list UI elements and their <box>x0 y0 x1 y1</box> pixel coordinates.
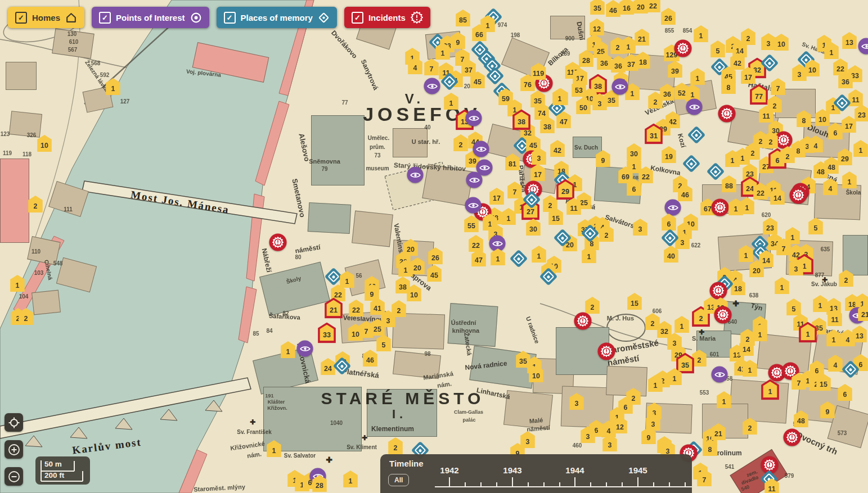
poi-checkbox[interactable]: ✓ <box>99 12 111 24</box>
incidents-checkbox[interactable]: ✓ <box>352 12 363 24</box>
poi-marker[interactable] <box>473 141 489 157</box>
home-marker[interactable]: 1 <box>826 329 842 346</box>
home-marker[interactable]: 21 <box>634 29 650 46</box>
zoom-in-button[interactable] <box>5 440 23 459</box>
home-marker[interactable]: 3 <box>761 33 777 50</box>
timeline-year-label[interactable]: 1945 <box>628 465 647 475</box>
poi-marker[interactable] <box>466 172 483 188</box>
home-marker[interactable]: 35 <box>590 0 606 15</box>
home-marker[interactable]: 13 <box>852 325 868 342</box>
home-marker[interactable]: 1 <box>531 246 547 263</box>
home-marker[interactable]: 1 <box>800 324 816 341</box>
timeline-year-label[interactable]: 1942 <box>440 465 458 475</box>
home-marker[interactable]: 81 <box>505 153 521 170</box>
home-marker[interactable]: 16 <box>619 0 635 15</box>
home-marker[interactable]: 7 <box>770 78 786 95</box>
home-marker[interactable]: 2 <box>742 418 758 435</box>
home-marker[interactable]: 1 <box>853 140 868 157</box>
home-marker[interactable]: 7 <box>507 182 523 198</box>
home-marker[interactable]: 22 <box>645 0 662 12</box>
home-marker[interactable]: 29 <box>837 148 853 165</box>
home-marker[interactable]: 48 <box>793 410 809 427</box>
home-marker[interactable]: 1 <box>105 78 122 95</box>
home-marker[interactable]: 13 <box>842 32 858 49</box>
timeline-year-label[interactable]: 1943 <box>503 465 521 475</box>
home-marker[interactable]: 1 <box>716 391 732 408</box>
home-marker[interactable]: 8 <box>796 110 812 127</box>
memory-checkbox[interactable]: ✓ <box>224 12 236 24</box>
incident-marker[interactable] <box>714 306 732 324</box>
home-marker[interactable]: 9 <box>820 401 836 418</box>
home-marker[interactable]: 4 <box>827 355 844 372</box>
home-marker[interactable]: 6 <box>837 384 853 401</box>
legend-chip-points-of-interest[interactable]: ✓ Points of Interest <box>92 7 209 28</box>
home-incident-marker[interactable]: 33 <box>317 323 337 343</box>
poi-marker[interactable] <box>858 38 868 55</box>
home-marker[interactable]: 7 <box>424 58 440 75</box>
home-marker[interactable]: 1 <box>552 88 568 105</box>
home-marker[interactable]: 15 <box>627 293 643 310</box>
home-marker[interactable]: 5 <box>710 40 726 57</box>
home-marker[interactable]: 1 <box>739 197 755 214</box>
home-marker[interactable]: 3 <box>569 393 585 410</box>
legend-chip-places-of-memory[interactable]: ✓ Places of memory <box>217 7 337 28</box>
home-marker[interactable]: 35 <box>677 355 693 372</box>
home-marker[interactable]: 46 <box>605 0 622 17</box>
home-marker[interactable]: 20 <box>410 257 426 274</box>
home-marker[interactable]: 1 <box>674 316 690 333</box>
incident-marker[interactable] <box>598 343 615 360</box>
poi-marker[interactable] <box>424 78 440 94</box>
memory-marker[interactable] <box>510 250 528 268</box>
home-marker[interactable]: 17 <box>841 116 857 133</box>
home-marker[interactable]: 21 <box>710 423 727 440</box>
poi-marker[interactable] <box>465 197 482 214</box>
home-marker[interactable]: 39 <box>667 61 683 78</box>
home-marker[interactable]: 77 <box>751 87 767 103</box>
home-marker[interactable]: 6 <box>661 214 677 230</box>
home-marker[interactable]: 1 <box>762 382 778 398</box>
home-marker[interactable]: 1 <box>10 275 26 292</box>
incident-marker[interactable] <box>674 40 692 57</box>
legend-chip-incidents[interactable]: ✓ Incidents <box>344 7 430 28</box>
poi-marker[interactable] <box>665 200 681 216</box>
home-marker[interactable]: 26 <box>428 247 444 264</box>
memory-marker[interactable] <box>682 155 701 173</box>
home-marker[interactable]: 12 <box>589 19 605 35</box>
home-marker[interactable]: 10 <box>773 34 790 51</box>
home-incident-marker[interactable]: 77 <box>749 84 769 105</box>
home-marker[interactable]: 22 <box>348 300 365 316</box>
home-marker[interactable]: 22 <box>468 235 484 252</box>
home-marker[interactable]: 47 <box>471 250 487 266</box>
zoom-out-button[interactable] <box>5 467 23 486</box>
home-marker[interactable]: 9 <box>450 32 466 49</box>
home-marker[interactable]: 1 <box>339 271 356 288</box>
home-marker[interactable]: 33 <box>319 325 335 341</box>
home-marker[interactable]: 42 <box>550 140 566 157</box>
home-marker[interactable]: 1 <box>774 277 790 294</box>
home-marker[interactable]: 5 <box>376 334 392 351</box>
home-marker[interactable]: 4 <box>822 178 839 195</box>
home-marker[interactable]: 23 <box>854 105 868 121</box>
home-marker[interactable]: 6 <box>827 123 844 139</box>
home-marker[interactable]: 31 <box>646 126 662 142</box>
memory-marker[interactable] <box>687 126 706 144</box>
home-marker[interactable]: 1 <box>443 93 460 110</box>
locate-button[interactable] <box>5 413 23 432</box>
home-marker[interactable]: 38 <box>514 112 529 128</box>
legend-chip-homes[interactable]: ✓ Homes <box>8 7 84 28</box>
home-incident-marker[interactable]: 1 <box>760 379 780 400</box>
poi-marker[interactable] <box>712 367 728 383</box>
home-marker[interactable]: 19 <box>661 146 677 163</box>
home-marker[interactable]: 21 <box>326 300 341 316</box>
home-marker[interactable]: 2 <box>584 297 601 314</box>
home-marker[interactable]: 1 <box>842 171 858 188</box>
memory-marker[interactable] <box>707 162 725 181</box>
home-marker[interactable]: 1 <box>738 245 754 262</box>
incident-marker[interactable] <box>269 234 287 251</box>
incident-marker[interactable] <box>790 187 807 204</box>
home-marker[interactable]: 17 <box>489 188 505 205</box>
home-marker[interactable]: 1 <box>620 37 637 53</box>
home-marker[interactable]: 5 <box>808 218 824 234</box>
home-marker[interactable]: 26 <box>660 8 677 25</box>
home-marker[interactable]: 28 <box>578 50 595 67</box>
